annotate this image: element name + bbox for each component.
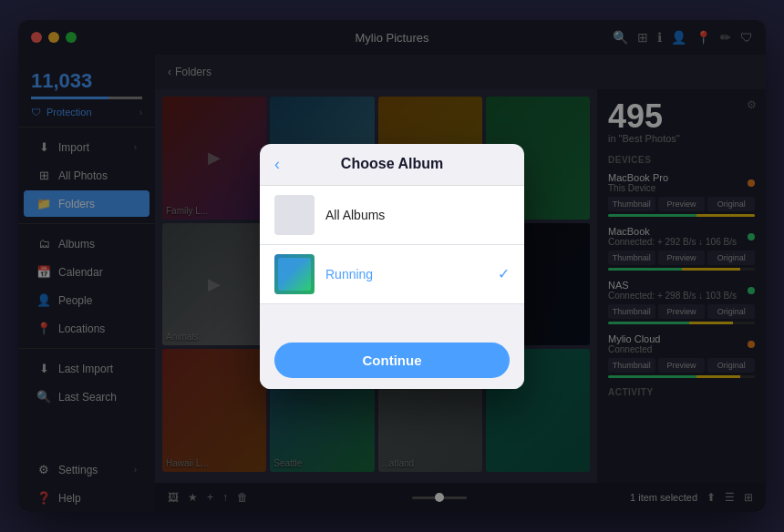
thumb-inner	[278, 258, 311, 291]
album-item-running[interactable]: Running ✓	[260, 245, 524, 304]
modal-title: Choose Album	[341, 156, 443, 172]
modal-body: All Albums Running ✓	[260, 186, 524, 332]
continue-button[interactable]: Continue	[274, 343, 510, 378]
album-check-icon: ✓	[498, 265, 510, 282]
album-thumbnail	[274, 195, 315, 235]
album-name: Running	[325, 267, 487, 281]
modal-back-button[interactable]: ‹	[274, 155, 280, 174]
album-item-all-albums[interactable]: All Albums	[260, 186, 524, 245]
app-window: Mylio Pictures 🔍 ⊞ ℹ 👤 📍 ✏ 🛡 11,033 🛡 Pr…	[18, 20, 766, 512]
album-thumbnail	[274, 254, 315, 294]
modal-overlay: ‹ Choose Album All Albums Running ✓ Cont…	[18, 20, 766, 512]
album-name: All Albums	[325, 208, 510, 222]
modal-footer: Continue	[260, 332, 524, 389]
choose-album-modal: ‹ Choose Album All Albums Running ✓ Cont…	[260, 144, 524, 389]
modal-header: ‹ Choose Album	[260, 144, 524, 186]
